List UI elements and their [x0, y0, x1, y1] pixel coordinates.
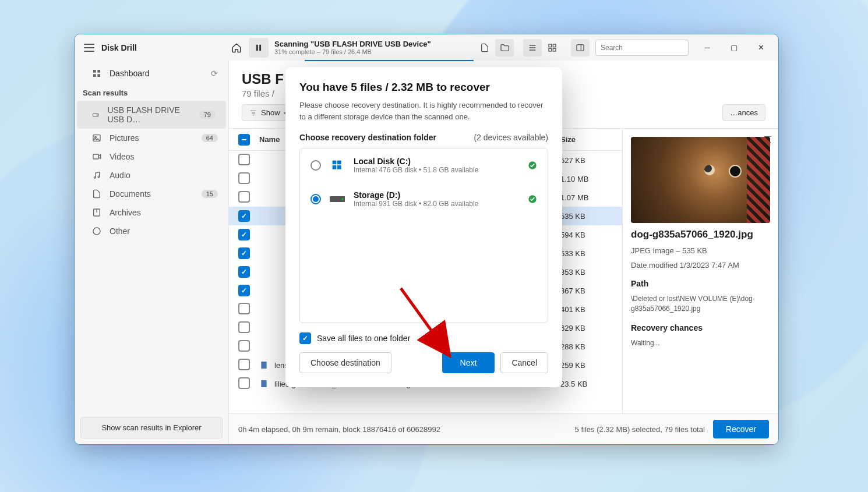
row-checkbox[interactable] [238, 210, 250, 222]
sidebar-item-video[interactable]: Videos [75, 147, 228, 166]
file-icon[interactable] [475, 39, 494, 56]
preview-image [631, 137, 770, 223]
sidebar-item-drive[interactable]: USB FLASH DRIVE USB D…79 [77, 101, 226, 129]
dashboard-icon [92, 69, 101, 78]
row-size: 367 KB [560, 286, 613, 295]
svg-rect-30 [261, 362, 266, 369]
row-checkbox[interactable] [238, 266, 250, 278]
svg-point-18 [97, 115, 97, 115]
audio-icon [92, 171, 101, 180]
next-button[interactable]: Next [442, 352, 495, 373]
close-button[interactable]: ✕ [748, 39, 774, 56]
device-option[interactable]: Local Disk (C:)Internal 476 GB disk • 51… [300, 148, 548, 182]
sidebar-item-image[interactable]: Pictures64 [75, 129, 228, 147]
sidebar-item-doc[interactable]: Documents15 [75, 185, 228, 203]
doc-icon [92, 189, 101, 199]
row-checkbox[interactable] [238, 285, 250, 296]
sidebar-item-other[interactable]: Other [75, 222, 228, 240]
svg-rect-7 [549, 48, 552, 51]
row-size: 533 KB [560, 249, 613, 258]
device-radio[interactable] [310, 160, 321, 171]
svg-rect-0 [256, 44, 258, 51]
svg-rect-33 [337, 161, 341, 165]
file-icon [259, 360, 269, 370]
home-button[interactable] [227, 38, 246, 58]
svg-rect-1 [259, 44, 261, 51]
sidebar-badge: 64 [202, 134, 218, 142]
drive-icon [92, 110, 99, 119]
row-checkbox[interactable] [238, 340, 250, 352]
sidebar-item-label: Other [110, 226, 130, 236]
row-size: 594 KB [560, 231, 613, 239]
row-checkbox[interactable] [238, 172, 250, 184]
svg-rect-9 [577, 44, 584, 51]
recover-button[interactable]: Recover [713, 420, 769, 438]
row-checkbox[interactable] [238, 321, 250, 333]
svg-rect-14 [97, 70, 100, 73]
hamburger-icon[interactable] [84, 44, 94, 52]
dialog-title: You have 5 files / 2.32 MB to recover [299, 81, 548, 94]
row-size: 1.10 MB [560, 175, 613, 183]
row-checkbox[interactable] [238, 377, 250, 389]
row-checkbox[interactable] [238, 303, 250, 314]
pause-button[interactable] [249, 38, 269, 58]
device-name: Local Disk (C:) [354, 157, 520, 166]
cancel-button[interactable]: Cancel [500, 352, 548, 373]
save-all-checkbox[interactable] [299, 332, 311, 344]
row-size: 288 KB [560, 342, 613, 351]
device-details: Internal 476 GB disk • 51.8 GB available [354, 166, 520, 174]
sidebar-item-audio[interactable]: Audio [75, 166, 228, 185]
video-icon [92, 152, 101, 161]
folder-icon[interactable] [495, 39, 514, 56]
row-size: 527 KB [560, 156, 613, 165]
progress-bar [305, 60, 474, 61]
search-input[interactable] [601, 44, 688, 52]
svg-rect-31 [261, 380, 266, 387]
check-icon [528, 161, 537, 170]
recovery-chances-filter[interactable]: …ances [722, 104, 765, 121]
preview-path: \Deleted or lost\NEW VOLUME (E)\dog-g835… [631, 294, 770, 314]
device-list: Local Disk (C:)Internal 476 GB disk • 51… [299, 148, 548, 323]
save-all-label: Save all files to one folder [317, 334, 410, 343]
windows-disk-icon [330, 160, 344, 171]
show-in-explorer-button[interactable]: Show scan results in Explorer [80, 417, 223, 438]
row-size: 629 KB [560, 324, 613, 332]
sidebar-badge: 15 [202, 190, 218, 198]
device-radio[interactable] [310, 194, 321, 204]
preview-recovery: Waiting... [631, 338, 770, 348]
svg-point-26 [93, 228, 100, 235]
row-checkbox[interactable] [238, 359, 250, 370]
sidebar-item-archive[interactable]: Archives [75, 203, 228, 222]
row-checkbox[interactable] [238, 247, 250, 259]
select-all-checkbox[interactable] [238, 134, 250, 146]
preview-kind: JPEG Image – 535 KB [631, 246, 770, 255]
sidebar-item-label: Pictures [110, 133, 139, 143]
panel-toggle-icon[interactable] [571, 39, 590, 56]
row-size: 259 KB [560, 361, 613, 370]
device-option[interactable]: Storage (D:)Internal 931 GB disk • 82.0 … [300, 182, 548, 216]
search-box[interactable] [595, 40, 689, 56]
svg-rect-32 [333, 161, 337, 165]
titlebar: Disk Drill Scanning "USB FLASH DRIVE USB… [75, 34, 778, 61]
status-bar: 0h 4m elapsed, 0h 9m remain, block 18876… [229, 413, 778, 444]
scan-title: Scanning "USB FLASH DRIVE USB Device" [274, 40, 431, 48]
svg-rect-5 [549, 44, 552, 47]
check-icon [528, 194, 537, 204]
sidebar-dashboard[interactable]: Dashboard ⟳ [75, 64, 228, 83]
row-size: 401 KB [560, 305, 613, 314]
list-view-icon[interactable] [523, 39, 542, 56]
column-size[interactable]: Size [560, 135, 613, 144]
preview-recovery-label: Recovery chances [631, 323, 770, 332]
row-checkbox[interactable] [238, 154, 250, 165]
svg-point-20 [95, 136, 97, 138]
minimize-button[interactable]: ─ [694, 39, 720, 56]
sidebar-item-label: Videos [110, 152, 135, 161]
maximize-button[interactable]: ▢ [721, 39, 747, 56]
other-icon [92, 226, 101, 236]
choose-destination-button[interactable]: Choose destination [299, 352, 391, 373]
row-checkbox[interactable] [238, 229, 250, 240]
image-icon [92, 133, 101, 143]
row-checkbox[interactable] [238, 191, 250, 203]
grid-view-icon[interactable] [543, 39, 562, 56]
svg-rect-6 [553, 44, 556, 47]
